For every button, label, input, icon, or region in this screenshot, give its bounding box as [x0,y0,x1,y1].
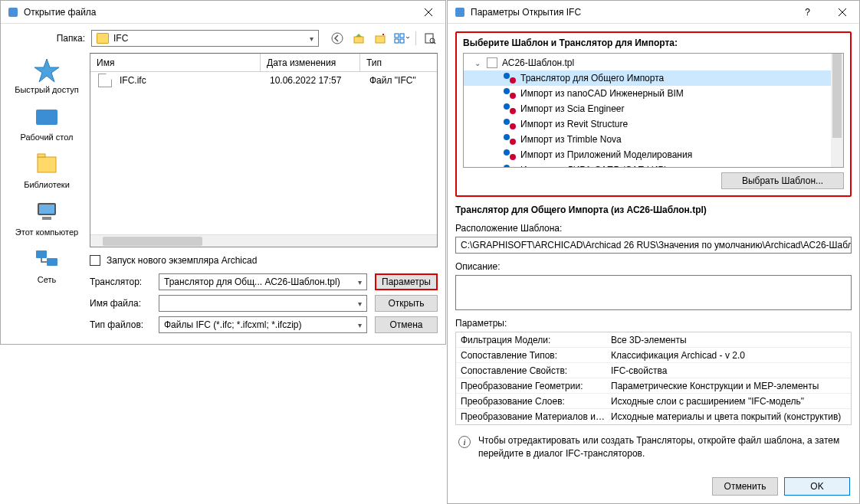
svg-rect-11 [36,110,57,125]
svg-rect-18 [47,258,57,266]
folder-dropdown[interactable]: IFC ▾ [91,30,319,47]
translator-icon [504,103,516,114]
param-row: Сопоставление Свойств: IFC-свойства [456,363,851,378]
translator-item[interactable]: Импорт из Trimble Nova [464,132,831,147]
svg-rect-0 [8,8,18,17]
vertical-scrollbar[interactable] [831,54,843,167]
svg-rect-4 [395,34,399,38]
description-field[interactable] [455,275,852,310]
filetype-label: Тип файлов: [90,319,159,330]
parameters-button[interactable]: Параметры [375,273,438,290]
template-location-field[interactable]: C:\GRAPHISOFT\ARCHICAD\Archicad 26 RUS\З… [455,237,852,254]
select-template-button[interactable]: Выбрать Шаблон... [721,172,844,189]
svg-rect-19 [455,8,464,17]
chevron-down-icon: ▾ [358,321,362,329]
window-title: Открытие файла [24,7,411,18]
svg-rect-12 [38,157,56,172]
cancel-button[interactable]: Отмена [375,316,438,333]
current-translator-title: Транслятор для Общего Импорта (из АС26-Ш… [455,205,852,215]
back-icon[interactable] [330,31,345,46]
select-template-title: Выберите Шаблон и Транслятор для Импорта… [463,38,844,48]
svg-marker-10 [34,59,59,82]
translator-dropdown[interactable]: Транслятор для Общ... АС26-Шаблон.tpl) ▾ [159,273,367,290]
parameters-label: Параметры: [455,318,852,329]
translator-item[interactable]: Импорт из Revit Structure [464,116,831,132]
translator-item[interactable]: Импорт из ЛИРА-САПР (САПФИР) [464,162,831,167]
titlebar: Параметры Открытия IFC ? [448,1,859,24]
translator-icon [504,149,516,160]
info-text: Чтобы отредактировать или создать Трансл… [478,434,852,460]
chevron-down-icon: ▾ [310,34,313,43]
svg-rect-17 [36,250,47,258]
template-root-node[interactable]: ⌄ АС26-Шаблон.tpl [464,55,831,70]
preview-icon[interactable] [422,31,438,46]
filename-input[interactable]: ▾ [159,295,367,312]
translator-item[interactable]: Импорт из Scia Engineer [464,101,831,116]
chevron-down-icon: ▾ [358,278,362,286]
svg-rect-15 [39,205,54,214]
template-icon [487,57,497,68]
translator-icon [504,73,516,83]
view-menu-icon[interactable] [394,31,409,46]
filename-label: Имя файла: [90,298,159,309]
info-icon: i [458,436,471,448]
file-open-dialog: Открытие файла Папка: IFC ▾ [0,0,446,345]
svg-rect-2 [354,37,363,43]
svg-rect-3 [376,36,385,43]
param-row: Фильтрация Модели: Все 3D-элементы [456,332,851,348]
svg-rect-7 [400,39,404,43]
app-icon [454,6,466,18]
template-selector-group: Выберите Шаблон и Транслятор для Импорта… [455,31,852,197]
translator-icon [504,119,516,129]
param-row: Преобразование Геометрии: Параметрически… [456,378,851,394]
translator-item[interactable]: Импорт из nanoCAD Инженерный BIM [464,86,831,101]
svg-rect-6 [400,34,404,38]
file-row[interactable]: IFC.ifc 10.06.2022 17:57 Файл "IFC" [90,72,437,89]
open-button[interactable]: Открыть [375,295,438,312]
new-instance-label: Запуск нового экземпляра Archicad [107,255,257,266]
horizontal-scrollbar[interactable] [90,234,437,247]
file-list-header: Имя Дата изменения Тип [90,54,437,72]
app-icon [7,6,19,18]
svg-rect-16 [42,217,51,220]
cancel-button[interactable]: Отменить [712,477,778,496]
place-quick-access[interactable]: Быстрый доступ [15,56,79,94]
template-location-label: Расположение Шаблона: [455,223,852,234]
description-label: Описание: [455,261,852,272]
translator-tree: ⌄ АС26-Шаблон.tpl Транслятор для Общего … [463,53,844,168]
ok-button[interactable]: OK [784,477,850,496]
places-sidebar: Быстрый доступ Рабочий стол Библиотеки Э… [8,53,85,247]
place-computer[interactable]: Этот компьютер [15,198,78,237]
parameters-table: Фильтрация Модели: Все 3D-элементы Сопос… [455,332,852,425]
window-title: Параметры Открытия IFC [471,7,790,18]
param-row: Преобразование Материалов и П... Исходны… [456,409,851,424]
param-row: Сопоставление Типов: Классификация Archi… [456,348,851,363]
translator-item[interactable]: Транслятор для Общего Импорта [464,70,831,86]
close-icon[interactable] [411,1,445,24]
translator-icon [504,165,516,167]
folder-icon [97,33,109,44]
svg-rect-13 [38,154,45,157]
param-row: Преобразование Слоев: Исходные слои с ра… [456,394,851,409]
ifc-params-dialog: Параметры Открытия IFC ? Выберите Шаблон… [447,0,860,504]
column-type[interactable]: Тип [360,54,437,71]
titlebar: Открытие файла [1,1,445,24]
translator-item[interactable]: Импорт из Приложений Моделирования [464,147,831,162]
new-folder-icon[interactable] [373,31,388,46]
file-list: Имя Дата изменения Тип IFC.ifc 10.06.202… [90,53,438,247]
help-icon[interactable]: ? [790,1,825,24]
column-date[interactable]: Дата изменения [261,54,360,71]
folder-label: Папка: [45,33,91,44]
place-network[interactable]: Сеть [31,246,62,284]
chevron-down-icon[interactable]: ⌄ [474,59,484,67]
new-instance-checkbox[interactable] [90,255,100,266]
svg-point-1 [332,33,343,44]
translator-icon [504,88,516,99]
place-libraries[interactable]: Библиотеки [24,151,70,189]
folder-value: IFC [113,33,128,44]
up-icon[interactable] [351,31,366,46]
place-desktop[interactable]: Рабочий стол [20,103,73,142]
column-name[interactable]: Имя [90,54,261,71]
close-icon[interactable] [825,1,859,24]
filetype-dropdown[interactable]: Файлы IFC (*.ifc; *.ifcxml; *.ifczip) ▾ [159,316,367,333]
